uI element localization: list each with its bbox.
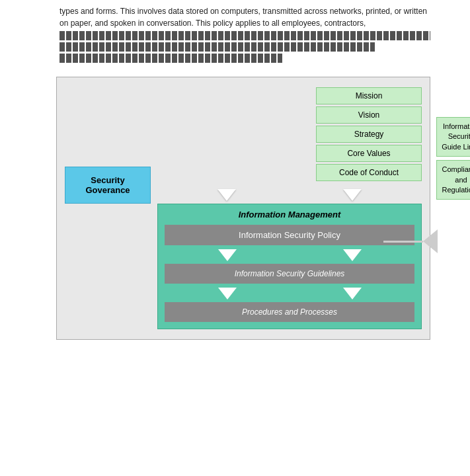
arrow-line bbox=[383, 241, 423, 243]
right-column: Mission Vision Strategy Core Values Code… bbox=[157, 87, 422, 329]
strategy-label: Strategy bbox=[354, 130, 384, 139]
bottom-spacer bbox=[0, 346, 470, 413]
info-security-guidelines-box: Information Security Guidelines bbox=[165, 264, 414, 284]
inner-arrows-row-1 bbox=[165, 249, 414, 261]
mission-box: Mission bbox=[316, 87, 422, 104]
inner-arrow-down-4 bbox=[343, 288, 362, 299]
redacted-line-2 bbox=[59, 42, 375, 52]
compliance-regulations-side-box: Compliance and Regulations bbox=[436, 160, 470, 200]
core-values-box: Core Values bbox=[316, 145, 422, 162]
top-arrows-row bbox=[157, 189, 422, 201]
vision-label: Vision bbox=[358, 110, 379, 120]
security-governance-box: Security Goverance bbox=[65, 167, 151, 204]
top-boxes: Mission Vision Strategy Core Values Code… bbox=[157, 87, 422, 183]
strategy-box: Strategy bbox=[316, 126, 422, 143]
side-arrow bbox=[383, 229, 438, 253]
diagram-container: Information Security Guide Lines Complia… bbox=[56, 77, 430, 340]
paragraph-text: types and forms. This involves data stor… bbox=[59, 5, 430, 29]
inner-arrow-down-3 bbox=[218, 288, 237, 299]
arrow-down-right bbox=[343, 189, 362, 201]
procedures-box: Procedures and Processes bbox=[165, 302, 414, 322]
side-box-1-label: Information Security Guide Lines bbox=[442, 122, 470, 151]
guidelines-label: Information Security Guidelines bbox=[235, 269, 345, 278]
core-values-label: Core Values bbox=[347, 149, 390, 158]
info-security-policy-box: Information Security Policy bbox=[165, 225, 414, 245]
info-management-title: Information Management bbox=[165, 210, 414, 219]
side-boxes-container: Information Security Guide Lines Complia… bbox=[436, 117, 470, 200]
arrow-down-left bbox=[217, 189, 236, 201]
info-management-container: Information Management Information Secur… bbox=[157, 204, 422, 329]
security-governance-label: Security Goverance bbox=[85, 175, 130, 195]
info-security-guidelines-side-box: Information Security Guide Lines bbox=[436, 117, 470, 157]
left-column: Security Goverance bbox=[65, 87, 151, 204]
code-of-conduct-label: Code of Conduct bbox=[339, 168, 399, 177]
code-of-conduct-box: Code of Conduct bbox=[316, 164, 422, 181]
inner-arrows-row-2 bbox=[165, 288, 414, 299]
redacted-line-1 bbox=[59, 31, 430, 40]
inner-arrow-down-1 bbox=[218, 249, 237, 261]
inner-arrow-down-2 bbox=[343, 249, 362, 261]
vision-box: Vision bbox=[316, 106, 422, 124]
intro-text: types and forms. This involves data stor… bbox=[0, 0, 470, 70]
mission-label: Mission bbox=[356, 91, 383, 100]
diagram-inner: Security Goverance Mission Vision Strate… bbox=[65, 87, 422, 329]
arrow-left-icon bbox=[423, 229, 438, 253]
redacted-line-3 bbox=[59, 54, 282, 63]
policy-label: Information Security Policy bbox=[239, 230, 340, 240]
side-box-2-label: Compliance and Regulations bbox=[442, 165, 470, 194]
procedures-label: Procedures and Processes bbox=[242, 307, 337, 317]
